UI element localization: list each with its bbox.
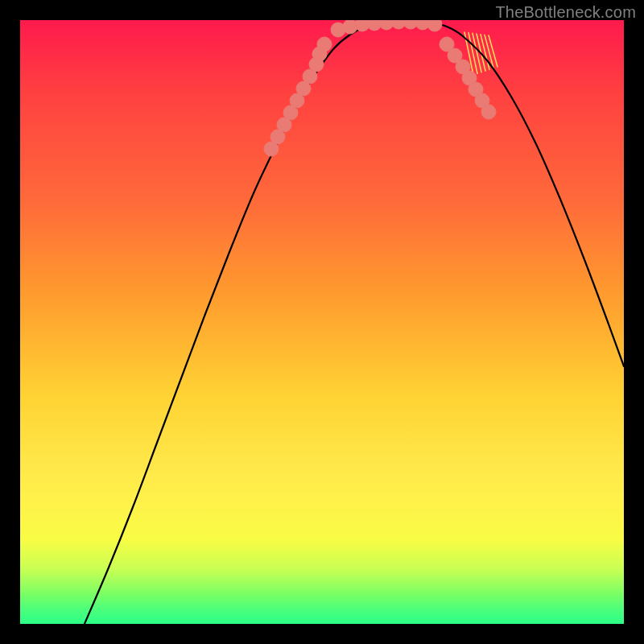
chart-svg (20, 20, 624, 624)
chart-stage: TheBottleneck.com (0, 0, 644, 644)
data-dot (427, 20, 442, 31)
stripe-mark (489, 35, 497, 67)
plot-area (20, 20, 624, 624)
data-dot (317, 37, 332, 52)
stripe-mark (481, 35, 489, 70)
bottleneck-curve (85, 22, 624, 624)
attribution-text: TheBottleneck.com (495, 3, 636, 22)
data-dot (481, 105, 496, 119)
dots-group (264, 20, 496, 156)
